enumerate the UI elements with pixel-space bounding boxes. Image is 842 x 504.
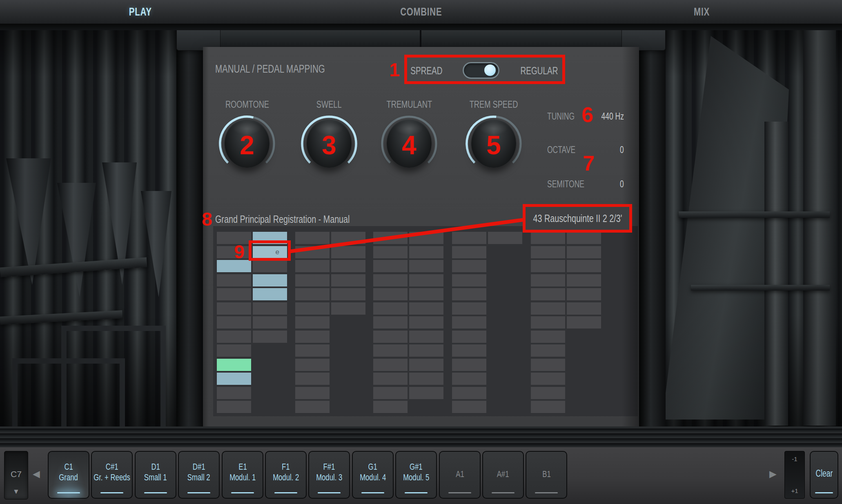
grid-cell[interactable] xyxy=(295,344,330,357)
grid-cell[interactable] xyxy=(488,232,522,244)
grid-cell[interactable] xyxy=(373,331,408,343)
grid-cell[interactable] xyxy=(409,260,443,272)
grid-cell[interactable] xyxy=(373,302,408,315)
grid-cell[interactable] xyxy=(331,260,365,272)
grid-cell[interactable] xyxy=(295,246,330,258)
grid-cell[interactable] xyxy=(217,359,251,371)
grid-cell[interactable] xyxy=(409,344,443,357)
grid-cell[interactable] xyxy=(531,316,565,329)
grid-cell[interactable] xyxy=(217,246,251,258)
grid-cell[interactable] xyxy=(452,232,486,244)
key-button-d1[interactable]: D1Small 1 xyxy=(135,451,176,499)
stepper-minus-one[interactable]: -1 xyxy=(785,455,804,462)
grid-cell[interactable] xyxy=(295,401,330,413)
grid-cell[interactable] xyxy=(253,331,287,343)
grid-cell[interactable] xyxy=(531,288,565,300)
grid-cell[interactable] xyxy=(373,288,408,300)
grid-cell[interactable] xyxy=(295,316,330,329)
grid-cell[interactable] xyxy=(531,274,565,286)
grid-cell[interactable] xyxy=(409,387,443,399)
stepper-plus-one[interactable]: +1 xyxy=(785,487,804,494)
grid-cell[interactable] xyxy=(373,232,408,244)
grid-cell[interactable] xyxy=(452,260,486,272)
knob-dial[interactable] xyxy=(379,113,440,174)
grid-cell[interactable] xyxy=(452,401,486,413)
tab-play[interactable]: PLAY xyxy=(0,0,281,24)
grid-cell[interactable] xyxy=(373,373,408,385)
grid-cell[interactable] xyxy=(217,331,251,343)
grid-cell[interactable] xyxy=(373,344,408,357)
grid-cell[interactable] xyxy=(452,246,486,258)
grid-cell[interactable] xyxy=(253,232,287,244)
grid-cell[interactable] xyxy=(373,274,408,286)
grid-cell[interactable] xyxy=(567,316,601,329)
grid-cell[interactable] xyxy=(531,331,565,343)
grid-cell[interactable] xyxy=(295,288,330,300)
grid-cell[interactable] xyxy=(531,387,565,399)
grid-cell[interactable] xyxy=(409,246,443,258)
grid-cell[interactable] xyxy=(253,316,287,329)
grid-cell[interactable] xyxy=(531,401,565,413)
grid-cell[interactable] xyxy=(531,302,565,315)
grid-cell[interactable] xyxy=(452,331,486,343)
key-button-dsharp1[interactable]: D#1Small 2 xyxy=(178,451,220,499)
next-octave-icon[interactable]: ▶ xyxy=(769,468,777,480)
tab-combine[interactable]: COMBINE xyxy=(281,0,561,24)
grid-cell[interactable] xyxy=(373,316,408,329)
grid-cell[interactable] xyxy=(452,373,486,385)
grid-cell[interactable] xyxy=(217,302,251,315)
grid-cell[interactable] xyxy=(295,331,330,343)
knob-body[interactable] xyxy=(471,119,516,168)
key-button-csharp1[interactable]: C#1Gr. + Reeds xyxy=(91,451,133,499)
key-button-gsharp1[interactable]: G#1Modul. 5 xyxy=(395,451,437,499)
grid-cell[interactable] xyxy=(567,302,601,315)
octave-down-icon[interactable]: ▼ xyxy=(4,488,28,496)
grid-cell[interactable] xyxy=(295,387,330,399)
grid-cell[interactable] xyxy=(409,359,443,371)
grid-cell[interactable] xyxy=(295,359,330,371)
grid-cell[interactable] xyxy=(409,302,443,315)
key-button-c1[interactable]: C1Grand xyxy=(48,451,89,499)
grid-cell[interactable] xyxy=(452,302,486,315)
grid-cell[interactable] xyxy=(567,274,601,286)
grid-cell[interactable] xyxy=(531,344,565,357)
grid-cell[interactable] xyxy=(373,359,408,371)
key-button-f1[interactable]: F1Modul. 2 xyxy=(265,451,307,499)
grid-cell[interactable] xyxy=(409,288,443,300)
grid-cell[interactable] xyxy=(567,288,601,300)
grid-cell[interactable] xyxy=(452,316,486,329)
grid-cell[interactable] xyxy=(331,302,365,315)
grid-cell[interactable] xyxy=(295,260,330,272)
grid-cell[interactable] xyxy=(217,288,251,300)
grid-cell[interactable] xyxy=(295,373,330,385)
key-button-fsharp1[interactable]: F#1Modul. 3 xyxy=(308,451,350,499)
grid-cell[interactable] xyxy=(567,232,601,244)
grid-cell[interactable] xyxy=(331,288,365,300)
grid-cell[interactable] xyxy=(253,288,287,300)
grid-cell[interactable] xyxy=(452,344,486,357)
grid-cell[interactable] xyxy=(409,373,443,385)
grid-cell[interactable] xyxy=(531,246,565,258)
clear-button[interactable]: Clear xyxy=(810,451,838,499)
prev-octave-icon[interactable]: ◀ xyxy=(33,468,40,480)
key-button-b1[interactable]: B1 xyxy=(526,451,567,499)
knob-dial[interactable] xyxy=(298,113,360,174)
grid-cell[interactable] xyxy=(373,387,408,399)
grid-cell[interactable] xyxy=(531,359,565,371)
grid-cell[interactable] xyxy=(452,359,486,371)
grid-cell[interactable] xyxy=(452,387,486,399)
grid-cell[interactable] xyxy=(217,232,251,244)
knob-body[interactable] xyxy=(307,119,352,168)
key-button-asharp1[interactable]: A#1 xyxy=(482,451,524,499)
knob-body[interactable] xyxy=(387,119,432,168)
grid-cell[interactable] xyxy=(567,246,601,258)
grid-cell[interactable] xyxy=(253,274,287,286)
grid-cell[interactable] xyxy=(295,232,330,244)
grid-cell[interactable] xyxy=(217,316,251,329)
grid-cell[interactable] xyxy=(373,260,408,272)
grid-cell[interactable] xyxy=(217,373,251,385)
grid-cell[interactable] xyxy=(567,260,601,272)
grid-cell[interactable] xyxy=(331,274,365,286)
grid-cell[interactable] xyxy=(217,260,251,272)
grid-cell[interactable] xyxy=(295,302,330,315)
